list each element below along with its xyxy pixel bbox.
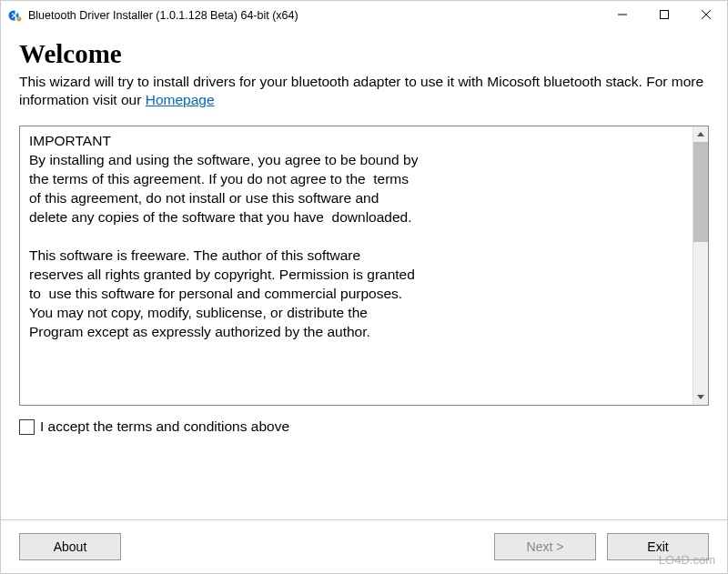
license-text[interactable]: IMPORTANT By installing and using the so… [20, 126, 693, 405]
accept-checkbox[interactable] [19, 419, 35, 435]
window-title: Bluetooth Driver Installer (1.0.1.128 Be… [28, 9, 602, 22]
scroll-down-arrow[interactable] [693, 389, 708, 405]
installer-window: Bluetooth Driver Installer (1.0.1.128 Be… [0, 0, 728, 574]
intro-prefix: This wizard will try to install drivers … [19, 74, 703, 107]
homepage-link[interactable]: Homepage [146, 92, 215, 107]
exit-button[interactable]: Exit [607, 533, 709, 560]
content-area: Welcome This wizard will try to install … [1, 30, 727, 519]
scroll-up-arrow[interactable] [693, 126, 708, 142]
license-box: IMPORTANT By installing and using the so… [19, 126, 709, 406]
accept-label: I accept the terms and conditions above [40, 418, 289, 435]
scroll-track[interactable] [693, 142, 708, 389]
titlebar: Bluetooth Driver Installer (1.0.1.128 Be… [1, 1, 727, 30]
maximize-button[interactable] [643, 1, 685, 28]
window-controls [602, 1, 727, 30]
svg-rect-4 [661, 11, 669, 19]
app-icon [8, 8, 23, 23]
close-button[interactable] [685, 1, 727, 28]
next-button[interactable]: Next > [494, 533, 596, 560]
minimize-button[interactable] [602, 1, 643, 28]
button-bar: About Next > Exit [1, 519, 727, 573]
about-button[interactable]: About [19, 533, 121, 560]
intro-text: This wizard will try to install drivers … [19, 73, 709, 109]
scrollbar[interactable] [693, 126, 708, 405]
accept-row: I accept the terms and conditions above [19, 418, 709, 435]
page-title: Welcome [19, 39, 709, 69]
scroll-thumb[interactable] [693, 142, 708, 242]
